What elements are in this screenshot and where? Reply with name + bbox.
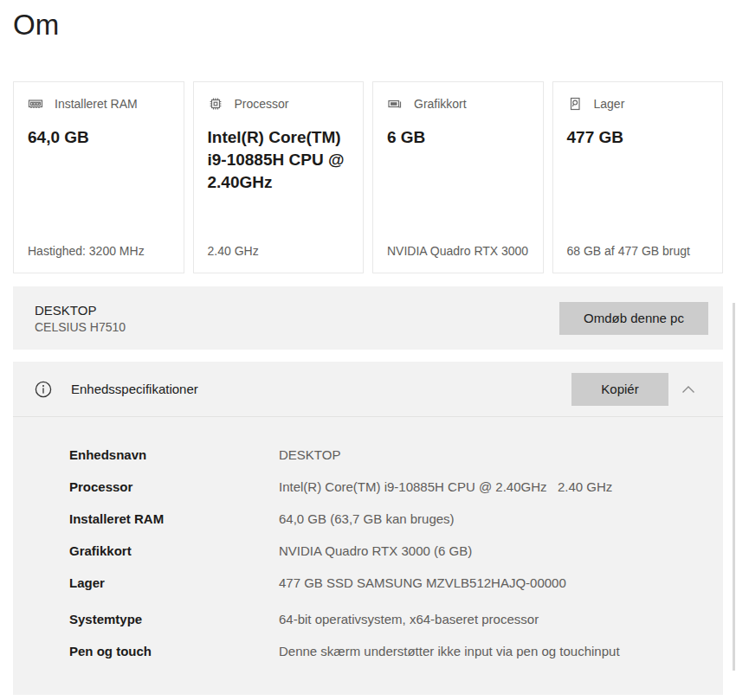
spec-value: DESKTOP [279, 446, 340, 465]
device-identity: DESKTOP CELSIUS H7510 [35, 303, 126, 334]
spec-label: Installeret RAM [69, 510, 279, 529]
gpu-icon [387, 96, 403, 112]
card-installed-ram: Installeret RAM 64,0 GB Hastighed: 3200 … [13, 81, 184, 273]
spec-label: Systemtype [69, 610, 279, 629]
spec-value: Intel(R) Core(TM) i9-10885H CPU @ 2.40GH… [279, 478, 612, 497]
card-label: Processor [235, 97, 289, 111]
spec-label: Enhedsnavn [69, 446, 279, 465]
card-header: Lager [567, 96, 709, 112]
card-graphics: Grafikkort 6 GB NVIDIA Quadro RTX 3000 [372, 81, 544, 273]
spec-row-system-type: Systemtype 64-bit operativsystem, x64-ba… [69, 610, 723, 629]
card-label: Installeret RAM [55, 97, 138, 111]
card-label: Lager [594, 97, 625, 111]
spec-row-storage: Lager 477 GB SSD SAMSUNG MZVLB512HAJQ-00… [69, 574, 723, 593]
spec-row-processor: Processor Intel(R) Core(TM) i9-10885H CP… [69, 478, 723, 497]
card-header: Grafikkort [387, 96, 529, 112]
section-title: Enhedsspecifikationer [71, 382, 198, 396]
spec-row-device-name: Enhedsnavn DESKTOP [69, 446, 723, 465]
spec-label: Grafikkort [69, 542, 279, 561]
device-name-bar: DESKTOP CELSIUS H7510 Omdøb denne pc [13, 286, 723, 350]
card-value: 477 GB [567, 126, 709, 149]
cpu-icon [208, 96, 223, 112]
spec-table: Enhedsnavn DESKTOP Processor Intel(R) Co… [13, 417, 723, 661]
copy-button[interactable]: Kopiér [571, 373, 668, 406]
card-processor: Processor Intel(R) Core(TM) i9-10885H CP… [193, 81, 365, 273]
page-title: Om [13, 9, 723, 42]
info-icon [35, 381, 52, 398]
card-value: 64,0 GB [28, 126, 170, 149]
card-label: Grafikkort [414, 97, 467, 111]
card-storage: Lager 477 GB 68 GB af 477 GB brugt [552, 81, 724, 273]
spec-value: 477 GB SSD SAMSUNG MZVLB512HAJQ-00000 [279, 574, 566, 593]
device-specifications-panel: Enhedsspecifikationer Kopiér Enhedsnavn … [13, 362, 723, 695]
card-footer: NVIDIA Quadro RTX 3000 [387, 243, 529, 260]
spec-value: NVIDIA Quadro RTX 3000 (6 GB) [279, 542, 472, 561]
spec-label: Lager [69, 574, 279, 593]
spec-label: Processor [69, 478, 279, 497]
chevron-up-icon[interactable] [668, 385, 708, 394]
device-specifications-header[interactable]: Enhedsspecifikationer Kopiér [13, 362, 723, 417]
spec-row-pen-touch: Pen og touch Denne skærm understøtter ik… [69, 642, 723, 661]
ram-icon [28, 96, 43, 112]
spec-label: Pen og touch [69, 642, 279, 661]
rename-pc-button[interactable]: Omdøb denne pc [559, 302, 708, 335]
card-footer: 2.40 GHz [208, 243, 350, 260]
card-header: Installeret RAM [28, 96, 170, 112]
about-page: Om Installeret RAM 64,0 GB Hastighed: [0, 9, 736, 695]
spec-row-installed-ram: Installeret RAM 64,0 GB (63,7 GB kan bru… [69, 510, 723, 529]
card-value: 6 GB [387, 126, 529, 149]
disk-icon [567, 96, 583, 112]
device-name: DESKTOP [35, 303, 126, 318]
card-footer: Hastighed: 3200 MHz [28, 243, 170, 260]
card-footer: 68 GB af 477 GB brugt [567, 243, 709, 260]
spec-value: 64-bit operativsystem, x64-baseret proce… [279, 610, 539, 629]
spec-value: 64,0 GB (63,7 GB kan bruges) [279, 510, 455, 529]
device-model: CELSIUS H7510 [35, 320, 126, 334]
card-header: Processor [208, 96, 350, 112]
scrollbar[interactable] [733, 303, 735, 671]
spec-row-graphics: Grafikkort NVIDIA Quadro RTX 3000 (6 GB) [69, 542, 723, 561]
hardware-cards: Installeret RAM 64,0 GB Hastighed: 3200 … [13, 81, 723, 273]
card-value: Intel(R) Core(TM) i9-10885H CPU @ 2.40GH… [208, 126, 350, 194]
spec-value: Denne skærm understøtter ikke input via … [279, 642, 686, 661]
